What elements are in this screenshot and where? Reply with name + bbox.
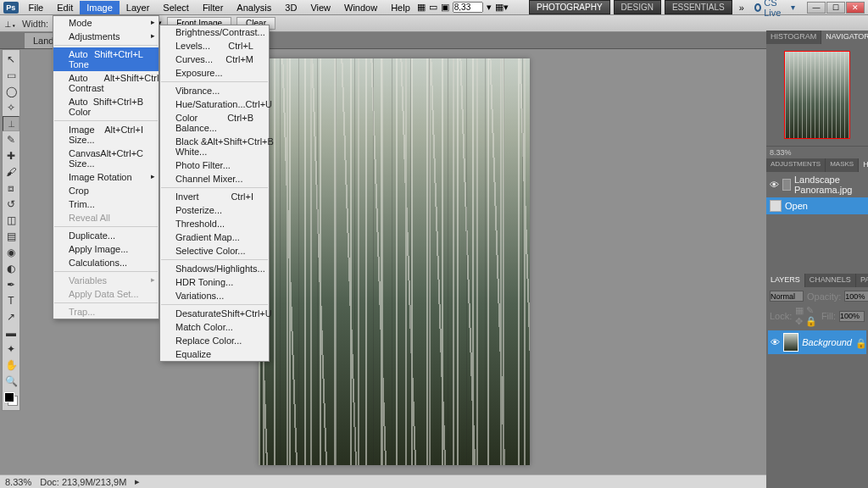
menu-filter[interactable]: Filter xyxy=(196,1,230,14)
menuitem-duplicate[interactable]: Duplicate... xyxy=(53,229,159,242)
menuitem-hdr-toning[interactable]: HDR Toning... xyxy=(160,275,269,289)
tab-channels[interactable]: CHANNELS xyxy=(805,274,856,287)
cslive-button[interactable]: CS Live ▾ xyxy=(751,0,798,18)
toolbar-icon[interactable]: ▦▾ xyxy=(495,2,509,13)
menu-layer[interactable]: Layer xyxy=(120,1,157,14)
menu-edit[interactable]: Edit xyxy=(50,1,80,14)
stamp-tool-icon[interactable]: ⧈ xyxy=(3,180,19,196)
tab-layers[interactable]: LAYERS xyxy=(766,274,805,287)
color-swatch[interactable] xyxy=(4,392,18,406)
eye-icon[interactable]: 👁 xyxy=(771,337,780,347)
dodge-tool-icon[interactable]: ◐ xyxy=(3,261,19,276)
healing-tool-icon[interactable]: ✚ xyxy=(3,148,19,164)
workspace-essentials[interactable]: ESSENTIALS xyxy=(665,0,732,14)
tab-history[interactable]: HISTORY xyxy=(859,158,868,172)
layer-row[interactable]: 👁 Background 🔒 xyxy=(768,330,866,354)
menu-3d[interactable]: 3D xyxy=(278,1,303,14)
menuitem-hue-saturation[interactable]: Hue/Saturation...Ctrl+U xyxy=(160,97,269,111)
menuitem-curves[interactable]: Curves...Ctrl+M xyxy=(160,53,269,66)
menuitem-exposure[interactable]: Exposure... xyxy=(160,66,269,80)
workspace-design[interactable]: DESIGN xyxy=(614,0,661,14)
crop-tool-icon[interactable]: ⟂ xyxy=(3,116,19,131)
menuitem-gradient-map[interactable]: Gradient Map... xyxy=(160,230,269,244)
eyedropper-tool-icon[interactable]: ✎ xyxy=(3,132,19,147)
menuitem-calculations[interactable]: Calculations... xyxy=(53,256,159,269)
menuitem-match-color[interactable]: Match Color... xyxy=(160,320,269,334)
toolbar-icon[interactable]: ▭ xyxy=(429,2,437,13)
menu-view[interactable]: View xyxy=(303,1,337,14)
zoom-tool-icon[interactable]: 🔍 xyxy=(3,374,19,389)
tab-adjustments[interactable]: ADJUSTMENTS xyxy=(766,158,826,172)
marquee-tool-icon[interactable]: ▭ xyxy=(3,68,19,83)
gradient-tool-icon[interactable]: ▤ xyxy=(3,229,19,244)
toolbar-icon[interactable]: ▦ xyxy=(417,2,426,13)
shape-tool-icon[interactable]: ▬ xyxy=(3,325,19,341)
brush-tool-icon[interactable]: 🖌 xyxy=(3,164,19,180)
hand-tool-icon[interactable]: ✋ xyxy=(3,358,19,373)
menu-help[interactable]: Help xyxy=(384,1,417,14)
menuitem-mode[interactable]: Mode xyxy=(53,16,159,30)
menuitem-selective-color[interactable]: Selective Color... xyxy=(160,244,269,258)
menu-image[interactable]: Image xyxy=(80,1,120,14)
menuitem-desaturate[interactable]: DesaturateShift+Ctrl+U xyxy=(160,307,269,320)
menuitem-invert[interactable]: InvertCtrl+I xyxy=(160,190,269,203)
tab-paths[interactable]: PATHS xyxy=(856,274,868,287)
menuitem-auto-tone[interactable]: Auto ToneShift+Ctrl+L xyxy=(53,47,159,71)
pen-tool-icon[interactable]: ✒ xyxy=(3,277,19,292)
document-canvas[interactable] xyxy=(259,58,530,465)
close-button[interactable]: ✕ xyxy=(846,2,865,14)
opacity-input[interactable] xyxy=(844,291,868,302)
fill-input[interactable] xyxy=(839,311,865,322)
menuitem-vibrance[interactable]: Vibrance... xyxy=(160,84,269,97)
menuitem-posterize[interactable]: Posterize... xyxy=(160,203,269,217)
menuitem-shadows-highlights[interactable]: Shadows/Highlights... xyxy=(160,262,269,275)
eye-icon[interactable]: 👁 xyxy=(770,180,779,190)
history-step[interactable]: Open xyxy=(766,197,868,214)
menuitem-adjustments[interactable]: Adjustments xyxy=(53,30,159,43)
tab-navigator[interactable]: NAVIGATOR xyxy=(821,30,868,44)
menuitem-black-white[interactable]: Black & White...Alt+Shift+Ctrl+B xyxy=(160,135,269,158)
menuitem-trim[interactable]: Trim... xyxy=(53,197,159,211)
menuitem-brightness-contrast[interactable]: Brightness/Contrast... xyxy=(160,25,269,39)
menuitem-color-balance[interactable]: Color Balance...Ctrl+B xyxy=(160,111,269,135)
maximize-button[interactable]: ☐ xyxy=(826,2,845,14)
history-snapshot[interactable]: 👁 Landscape Panorama.jpg xyxy=(766,172,868,197)
type-tool-icon[interactable]: T xyxy=(3,293,19,308)
lock-icons[interactable]: ▦ ✎ ✥ 🔒 xyxy=(795,305,818,327)
menuitem-variations[interactable]: Variations... xyxy=(160,289,269,302)
blur-tool-icon[interactable]: ◉ xyxy=(3,245,19,260)
menuitem-threshold[interactable]: Threshold... xyxy=(160,217,269,230)
tab-histogram[interactable]: HISTOGRAM xyxy=(766,30,821,44)
lasso-tool-icon[interactable]: ◯ xyxy=(3,84,19,99)
path-tool-icon[interactable]: ↗ xyxy=(3,309,19,324)
3d-tool-icon[interactable]: ✦ xyxy=(3,341,19,357)
workspace-more-icon[interactable]: » xyxy=(736,3,748,13)
menuitem-replace-color[interactable]: Replace Color... xyxy=(160,334,269,347)
move-tool-icon[interactable]: ↖ xyxy=(3,52,19,67)
menu-file[interactable]: File xyxy=(22,1,51,14)
navigator-preview[interactable] xyxy=(766,44,868,146)
menuitem-levels[interactable]: Levels...Ctrl+L xyxy=(160,39,269,53)
workspace-photography[interactable]: PHOTOGRAPHY xyxy=(529,0,610,14)
menuitem-image-size[interactable]: Image Size...Alt+Ctrl+I xyxy=(53,123,159,147)
menuitem-photo-filter[interactable]: Photo Filter... xyxy=(160,158,269,172)
tab-masks[interactable]: MASKS xyxy=(826,158,859,172)
minimize-button[interactable]: — xyxy=(807,2,826,14)
menuitem-apply-image[interactable]: Apply Image... xyxy=(53,242,159,256)
menuitem-equalize[interactable]: Equalize xyxy=(160,347,269,361)
blend-mode-select[interactable] xyxy=(770,291,804,302)
menuitem-canvas-size[interactable]: Canvas Size...Alt+Ctrl+C xyxy=(53,147,159,170)
eraser-tool-icon[interactable]: ◫ xyxy=(3,213,19,228)
menu-window[interactable]: Window xyxy=(337,1,384,14)
menu-select[interactable]: Select xyxy=(156,1,196,14)
magic-wand-tool-icon[interactable]: ✧ xyxy=(3,100,19,115)
toolbar-icon[interactable]: ▣ xyxy=(441,2,449,13)
zoom-input[interactable] xyxy=(453,2,483,13)
toolbar-icon[interactable]: ▾ xyxy=(487,2,492,13)
menuitem-auto-color[interactable]: Auto ColorShift+Ctrl+B xyxy=(53,95,159,119)
menuitem-crop[interactable]: Crop xyxy=(53,184,159,197)
menuitem-auto-contrast[interactable]: Auto ContrastAlt+Shift+Ctrl+L xyxy=(53,71,159,95)
menuitem-image-rotation[interactable]: Image Rotation xyxy=(53,170,159,184)
menu-analysis[interactable]: Analysis xyxy=(230,1,278,14)
history-brush-tool-icon[interactable]: ↺ xyxy=(3,197,19,212)
